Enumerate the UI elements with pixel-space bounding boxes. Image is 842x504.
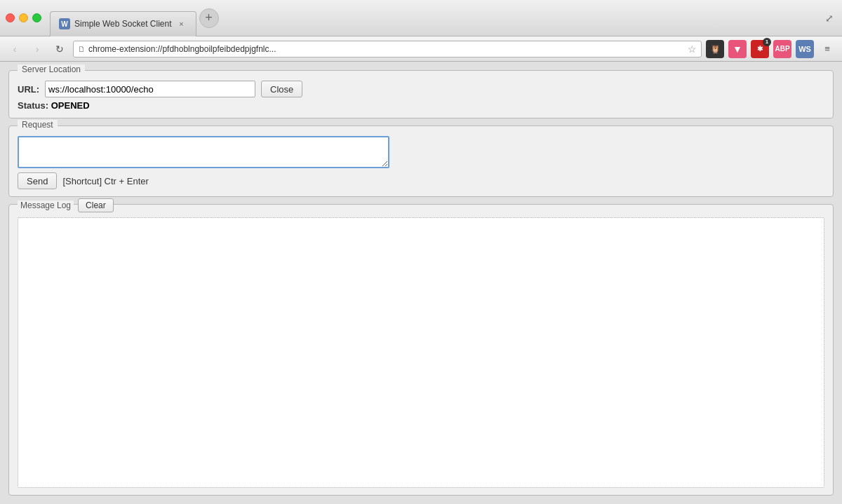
request-section-label: Request [18,120,58,130]
close-window-button[interactable] [6,13,15,22]
url-input[interactable] [45,81,255,97]
request-textarea[interactable] [18,136,389,168]
minimize-window-button[interactable] [19,13,28,22]
address-bar[interactable]: 🗋 chrome-extension://pfdhoblngboilpfeibd… [73,41,702,57]
titlebar: W Simple Web Socket Client × + ⤢ [0,0,842,36]
traffic-lights [6,13,41,22]
lastpass-icon: ✱ [757,45,763,53]
message-log-area [18,217,824,488]
bookmark-star-icon[interactable]: ☆ [688,43,697,55]
ext-pocket-button[interactable]: ▼ [728,40,747,58]
send-button[interactable]: Send [18,172,57,189]
url-label: URL: [18,84,39,95]
status-label: Status: [18,100,48,111]
close-connection-button[interactable]: Close [261,81,302,97]
request-section: Request Send [Shortcut] Ctr + Enter [8,125,834,197]
message-log-label-row: Message Log Clear [18,198,114,212]
ext-ws-button[interactable]: WS [796,40,814,58]
request-controls: Send [Shortcut] Ctr + Enter [18,172,824,189]
window-controls-right: ⤢ [822,11,836,25]
message-log-label: Message Log [18,200,74,210]
url-row: URL: Close [18,81,824,97]
status-value: OPENED [51,100,90,111]
refresh-button[interactable]: ↻ [51,40,69,58]
active-tab[interactable]: W Simple Web Socket Client × [50,11,196,36]
ext-owl-button[interactable]: 🦉 [706,40,724,58]
message-log-section: Message Log Clear [8,204,834,496]
server-location-section: Server Location URL: Close Status: OPENE… [8,70,834,118]
chrome-menu-button[interactable]: ≡ [818,40,836,58]
server-location-label: Server Location [18,64,85,74]
clear-log-button[interactable]: Clear [78,198,114,212]
tab-close-button[interactable]: × [176,18,187,29]
ext-adblock-button[interactable]: ABP [773,40,791,58]
forward-button[interactable]: › [28,40,46,58]
page-content: Server Location URL: Close Status: OPENE… [0,62,842,504]
navbar: ‹ › ↻ 🗋 chrome-extension://pfdhoblngboil… [0,36,842,62]
lastpass-badge: 1 [763,38,771,46]
ext-lastpass-button[interactable]: ✱ 1 [751,40,769,58]
new-tab-button[interactable]: + [199,8,219,28]
page-icon: 🗋 [78,45,86,53]
status-row: Status: OPENED [18,100,824,111]
back-button[interactable]: ‹ [6,40,24,58]
tab-bar: W Simple Web Socket Client × + [50,0,817,36]
shortcut-hint: [Shortcut] Ctr + Enter [62,176,148,186]
fullscreen-button[interactable]: ⤢ [822,11,836,25]
maximize-window-button[interactable] [32,13,41,22]
tab-title: Simple Web Socket Client [74,19,172,29]
address-text: chrome-extension://pfdhoblngboilpfeibded… [88,44,685,54]
tab-favicon: W [59,18,70,29]
